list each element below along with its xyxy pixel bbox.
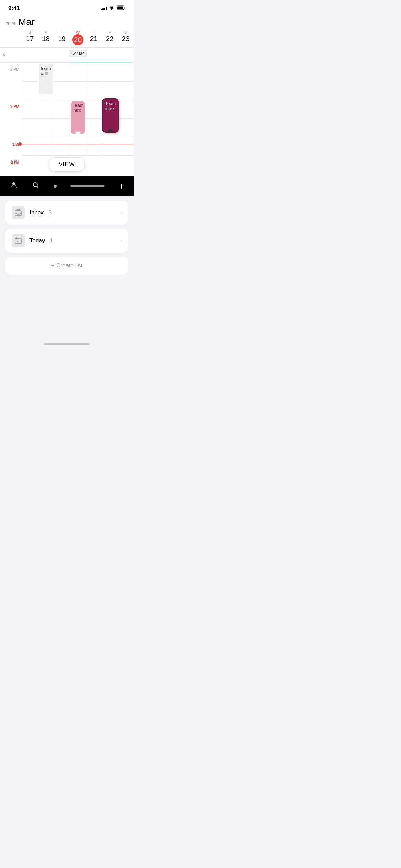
day-name-19: T [54, 30, 70, 34]
view-button-container[interactable]: VIEW [49, 157, 85, 172]
day-name-20: W [70, 30, 86, 34]
resize-handle[interactable] [75, 131, 81, 134]
day-col-21[interactable]: T21 [86, 29, 102, 47]
calendar-grid: 2 PM 3 PM 3:554 PM [0, 63, 134, 176]
collapse-icon[interactable]: × [0, 52, 6, 58]
search-tab-icon[interactable] [32, 181, 40, 191]
day-col-20[interactable]: W20 [70, 29, 86, 47]
status-icons [101, 5, 125, 11]
svg-rect-7 [15, 238, 21, 244]
inbox-icon-wrap [12, 206, 25, 219]
inbox-icon [14, 209, 22, 216]
svg-rect-1 [124, 7, 125, 9]
day-name-23: S [118, 30, 134, 34]
month-label: Mar [18, 16, 35, 27]
team-call-label: teamcall [41, 66, 51, 76]
today-number: 20 [72, 34, 83, 45]
multiday-bar: × Contac new team [0, 48, 134, 63]
view-button[interactable]: VIEW [49, 157, 85, 172]
reminders-section: Inbox 3 › Today 1 › + Create list [0, 196, 134, 279]
signal-icon [101, 6, 107, 10]
svg-rect-11 [17, 241, 18, 242]
day-number-21: 21 [86, 34, 102, 43]
svg-line-5 [37, 186, 39, 188]
status-time: 9:41 [8, 5, 20, 12]
team-intro-dark-event[interactable]: Teamintro [102, 98, 119, 133]
status-bar: 9:41 [0, 0, 134, 14]
day-col-18[interactable]: M18 [38, 29, 54, 47]
day-number-17: 17 [22, 34, 38, 43]
calendar-header: 2024 Mar S17M18T19W20T21F22S23 × Contac … [0, 14, 134, 63]
dark-resize-handle[interactable] [108, 129, 113, 133]
tab-center-indicator [70, 185, 105, 187]
inbox-title: Inbox [29, 209, 44, 216]
team-intro-dark-label: Teamintro [105, 101, 116, 111]
day-number-18: 18 [38, 34, 54, 43]
wifi-icon [109, 5, 114, 11]
add-tab-icon[interactable]: + [119, 181, 124, 192]
time-label-330 [0, 116, 22, 134]
today-icon [14, 237, 22, 244]
time-label-5pm: 5 PM [0, 153, 22, 171]
today-left: Today 1 [12, 234, 53, 247]
day-col-23[interactable]: S23 [118, 29, 134, 47]
contact-event-label: Contac [69, 50, 87, 57]
svg-point-3 [12, 182, 15, 185]
time-label-355: 3:554 PM [0, 135, 22, 154]
inbox-card[interactable]: Inbox 3 › [5, 201, 128, 225]
day-col-19[interactable]: T19 [54, 29, 70, 47]
time-gutter [0, 29, 22, 47]
inbox-count: 3 [49, 209, 52, 216]
time-label-2pm: 2 PM [0, 63, 22, 79]
create-list-button[interactable]: + Create list [5, 257, 128, 275]
day-name-22: F [102, 30, 118, 34]
tab-bar: + [0, 176, 134, 196]
home-indicator [0, 340, 134, 349]
day-col-22[interactable]: F22 [102, 29, 118, 47]
days-header: S17M18T19W20T21F22S23 [0, 29, 134, 48]
day-name-21: T [86, 30, 102, 34]
home-indicator-bar [44, 343, 90, 345]
team-intro-pink-label: Teamintro [73, 103, 84, 113]
day-name-18: M [38, 30, 54, 34]
year-label: 2024 [5, 21, 15, 26]
person-tab-icon[interactable] [10, 181, 18, 191]
today-title: Today [29, 237, 45, 244]
day-col-17[interactable]: S17 [22, 29, 38, 47]
inbox-left: Inbox 3 [12, 206, 52, 219]
time-label-3pm: 3 PM [0, 97, 22, 116]
today-count: 1 [50, 237, 53, 244]
day-number-22: 22 [102, 34, 118, 43]
battery-icon [117, 5, 125, 11]
day-name-17: S [22, 30, 38, 34]
today-icon-wrap [12, 234, 25, 247]
day-number-23: 23 [118, 34, 134, 43]
tab-dot [54, 185, 57, 188]
today-chevron-icon: › [120, 238, 122, 244]
team-call-event[interactable]: teamcall [39, 64, 53, 94]
today-card[interactable]: Today 1 › [5, 229, 128, 253]
time-label-230 [0, 79, 22, 97]
svg-rect-2 [117, 7, 123, 9]
day-number-19: 19 [54, 34, 70, 43]
multiday-event-contact[interactable]: Contac [68, 48, 88, 59]
inbox-chevron-icon: › [120, 209, 122, 216]
team-intro-pink-event[interactable]: Teamintro [71, 101, 85, 134]
